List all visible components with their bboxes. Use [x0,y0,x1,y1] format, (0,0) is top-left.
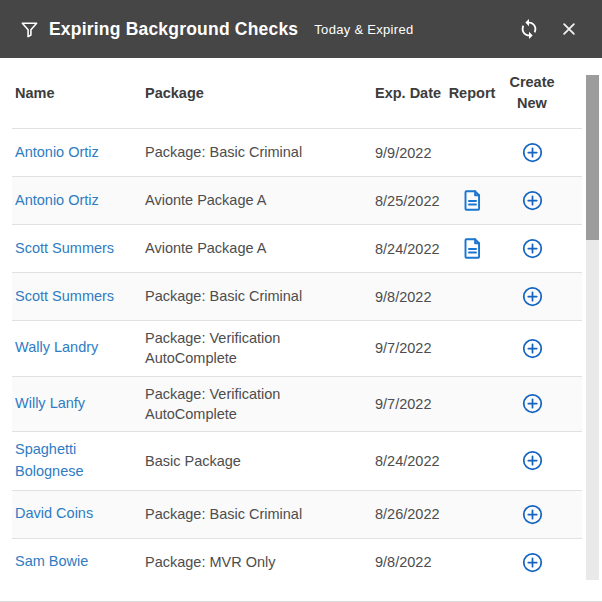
table-row: Scott Summers Package: Basic Criminal 9/… [12,272,582,320]
report-document-icon[interactable] [462,237,483,260]
candidate-name-link[interactable]: Scott Summers [15,238,124,260]
refresh-icon[interactable] [516,16,542,42]
table-row: Antonio Ortiz Package: Basic Criminal 9/… [12,128,582,176]
column-header-create-new: Create New [497,72,567,114]
column-header-report: Report [447,85,497,101]
exp-date-cell: 9/9/2022 [375,145,447,161]
candidate-name-link[interactable]: Sam Bowie [15,551,98,573]
scrollbar-thumb[interactable] [586,75,599,240]
plus-circle-icon[interactable] [522,552,543,573]
plus-circle-icon[interactable] [522,190,543,211]
expiring-background-checks-widget: Expiring Background Checks Today & Expir… [0,0,602,602]
exp-date-cell: 9/7/2022 [375,340,447,356]
exp-date-cell: 9/7/2022 [375,396,447,412]
exp-date-cell: 9/8/2022 [375,289,447,305]
table-header-row: Name Package Exp. Date Report Create New [12,58,582,128]
table-body: Antonio Ortiz Package: Basic Criminal 9/… [12,128,582,586]
column-header-package: Package [145,85,375,101]
package-cell: Package: Basic Criminal [145,504,375,524]
package-cell: Package: Basic Criminal [145,142,375,162]
widget-title: Expiring Background Checks [49,19,298,40]
close-icon[interactable] [558,18,580,40]
widget-filter-subtitle: Today & Expired [314,22,413,37]
column-header-name: Name [15,85,145,101]
package-cell: Package: Verification AutoComplete [145,328,375,369]
vertical-scrollbar[interactable] [586,75,599,580]
exp-date-cell: 8/24/2022 [375,453,447,469]
plus-circle-icon[interactable] [522,238,543,259]
candidate-name-link[interactable]: Willy Lanfy [15,393,95,415]
table-row: Spaghetti Bolognese Basic Package 8/24/2… [12,431,582,490]
package-cell: Package: Basic Criminal [145,286,375,306]
candidate-name-link[interactable]: Spaghetti Bolognese [15,439,145,483]
filter-funnel-icon[interactable] [20,20,39,39]
report-document-icon[interactable] [462,189,483,212]
results-table: Name Package Exp. Date Report Create New… [12,58,582,594]
plus-circle-icon[interactable] [522,338,543,359]
candidate-name-link[interactable]: David Coins [15,503,103,525]
exp-date-cell: 9/8/2022 [375,554,447,570]
candidate-name-link[interactable]: Antonio Ortiz [15,190,109,212]
exp-date-cell: 8/26/2022 [375,506,447,522]
plus-circle-icon[interactable] [522,450,543,471]
plus-circle-icon[interactable] [522,504,543,525]
table-row: Wally Landry Package: Verification AutoC… [12,320,582,376]
package-cell: Package: Verification AutoComplete [145,384,375,425]
package-cell: Basic Package [145,451,375,471]
table-row: Antonio Ortiz Avionte Package A 8/25/202… [12,176,582,224]
plus-circle-icon[interactable] [522,142,543,163]
widget-titlebar: Expiring Background Checks Today & Expir… [0,0,602,58]
exp-date-cell: 8/24/2022 [375,241,447,257]
table-row: Willy Lanfy Package: Verification AutoCo… [12,376,582,432]
table-row: Scott Summers Avionte Package A 8/24/202… [12,224,582,272]
table-row: Sam Bowie Package: MVR Only 9/8/2022 [12,538,582,586]
candidate-name-link[interactable]: Wally Landry [15,337,108,359]
exp-date-cell: 8/25/2022 [375,193,447,209]
package-cell: Package: MVR Only [145,552,375,572]
package-cell: Avionte Package A [145,238,375,258]
plus-circle-icon[interactable] [522,393,543,414]
table-row: David Coins Package: Basic Criminal 8/26… [12,490,582,538]
column-header-exp-date: Exp. Date [375,85,447,101]
plus-circle-icon[interactable] [522,286,543,307]
candidate-name-link[interactable]: Scott Summers [15,286,124,308]
package-cell: Avionte Package A [145,190,375,210]
candidate-name-link[interactable]: Antonio Ortiz [15,142,109,164]
